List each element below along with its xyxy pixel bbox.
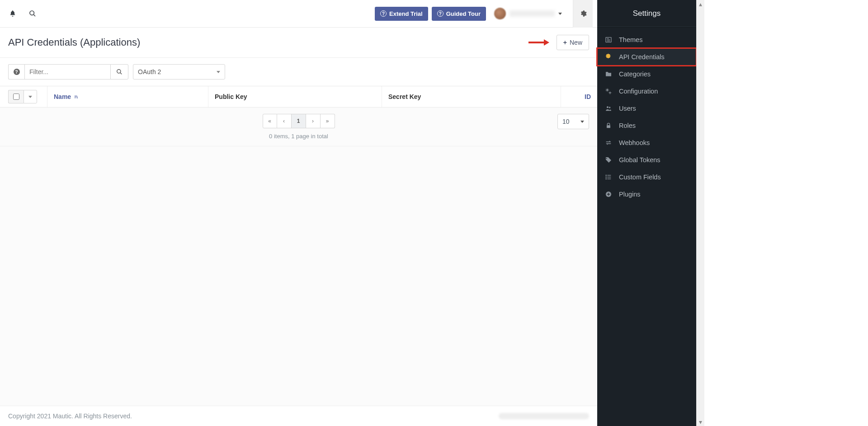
new-button[interactable]: + New xyxy=(557,35,589,50)
folder-icon xyxy=(604,70,613,78)
svg-point-9 xyxy=(609,92,611,94)
page-first-button[interactable]: « xyxy=(263,114,277,128)
copyright-text: Copyright 2021 Mautic. All Rights Reserv… xyxy=(8,412,132,420)
user-name xyxy=(509,10,555,17)
settings-gear-button[interactable] xyxy=(573,0,593,28)
oauth-select[interactable]: OAuth 2 xyxy=(133,64,225,80)
oauth-select-value: OAuth 2 xyxy=(138,68,161,75)
sidebar-item-label: API Credentials xyxy=(619,53,689,61)
svg-rect-12 xyxy=(607,125,610,128)
sidebar-item-global-tokens[interactable]: Global Tokens xyxy=(597,151,696,169)
svg-line-3 xyxy=(120,73,122,75)
svg-point-8 xyxy=(606,89,608,91)
sidebar-item-label: Categories xyxy=(619,70,689,78)
svg-point-0 xyxy=(30,11,34,15)
page-size-value: 10 xyxy=(562,118,570,125)
exchange-icon xyxy=(604,139,613,146)
footer-version xyxy=(499,413,589,419)
user-menu[interactable] xyxy=(490,5,566,23)
gear-icon xyxy=(580,10,587,17)
sidebar-item-label: Global Tokens xyxy=(619,156,689,164)
sidebar-item-api-credentials[interactable]: API Credentials xyxy=(597,48,696,66)
sidebar-item-plugins[interactable]: Plugins xyxy=(597,186,696,203)
chevron-down-icon xyxy=(558,13,562,15)
sidebar-item-roles[interactable]: Roles xyxy=(597,117,696,134)
filter-input[interactable] xyxy=(24,64,110,80)
sidebar-item-label: Configuration xyxy=(619,88,689,95)
sidebar-item-label: Roles xyxy=(619,122,689,129)
question-icon: ? xyxy=(437,10,443,17)
new-button-label: New xyxy=(570,39,582,46)
extend-trial-label: Extend Trial xyxy=(389,10,423,17)
scroll-down-icon[interactable]: ▾ xyxy=(697,418,704,426)
question-icon: ? xyxy=(14,69,20,75)
sidebar-item-label: Users xyxy=(619,105,689,112)
pagination-area: « ‹ 1 › » 0 items, 1 page in total 10 xyxy=(0,108,597,146)
avatar xyxy=(494,8,506,19)
sidebar-item-themes[interactable]: Themes xyxy=(597,31,696,48)
sidebar-item-label: Themes xyxy=(619,36,689,43)
filter-help-button[interactable]: ? xyxy=(8,64,24,80)
sidebar-item-webhooks[interactable]: Webhooks xyxy=(597,134,696,151)
browser-scrollbar[interactable]: ▴ ▾ xyxy=(696,0,704,426)
lock-icon xyxy=(604,122,613,129)
pagination: « ‹ 1 › » xyxy=(8,114,589,128)
bulk-actions-dropdown[interactable] xyxy=(24,90,37,103)
settings-title: Settings xyxy=(597,0,696,28)
filter-search-button[interactable] xyxy=(110,64,128,80)
svg-point-17 xyxy=(606,177,606,177)
sidebar-item-label: Custom Fields xyxy=(619,173,689,181)
list-icon xyxy=(604,173,613,181)
plus-icon: + xyxy=(563,39,567,46)
puzzle-icon xyxy=(604,53,613,61)
gears-icon xyxy=(604,88,613,95)
guided-tour-button[interactable]: ? Guided Tour xyxy=(432,7,486,21)
column-header-secret-key[interactable]: Secret Key xyxy=(382,86,561,107)
page-number-1[interactable]: 1 xyxy=(292,114,306,128)
page-last-button[interactable]: » xyxy=(321,114,335,128)
column-header-public-key[interactable]: Public Key xyxy=(208,86,382,107)
page-prev-button[interactable]: ‹ xyxy=(277,114,292,128)
filter-toolbar: ? OAuth 2 xyxy=(0,58,597,86)
annotation-arrow xyxy=(528,39,549,46)
tags-icon xyxy=(604,156,613,164)
sidebar-item-label: Webhooks xyxy=(619,139,689,146)
svg-point-18 xyxy=(606,178,606,179)
question-icon: ? xyxy=(380,10,387,17)
footer: Copyright 2021 Mautic. All Rights Reserv… xyxy=(0,406,597,426)
plus-circle-icon xyxy=(604,191,613,198)
svg-point-11 xyxy=(609,107,610,108)
chevron-down-icon xyxy=(217,71,220,73)
svg-line-1 xyxy=(33,14,35,16)
page-next-button[interactable]: › xyxy=(306,114,321,128)
chevron-down-icon xyxy=(28,96,32,98)
svg-point-10 xyxy=(607,106,609,108)
newspaper-icon xyxy=(604,36,613,43)
sidebar-item-categories[interactable]: Categories xyxy=(597,66,696,83)
select-all-checkbox[interactable] xyxy=(8,90,24,103)
sidebar-item-custom-fields[interactable]: Custom Fields xyxy=(597,169,696,186)
scroll-up-icon[interactable]: ▴ xyxy=(697,0,704,8)
svg-point-2 xyxy=(117,70,121,73)
extend-trial-button[interactable]: ? Extend Trial xyxy=(375,7,428,21)
search-icon[interactable] xyxy=(27,8,38,19)
credentials-table: Name Public Key Secret Key ID xyxy=(0,86,597,108)
svg-point-16 xyxy=(606,175,606,175)
sidebar-item-configuration[interactable]: Configuration xyxy=(597,83,696,100)
page-title: API Credentials (Applications) xyxy=(8,37,140,48)
bell-icon[interactable] xyxy=(7,8,18,19)
column-header-name[interactable]: Name xyxy=(47,86,208,107)
sidebar-item-label: Plugins xyxy=(619,191,689,198)
page-header: API Credentials (Applications) + New xyxy=(0,28,597,58)
settings-panel: Settings ThemesAPI CredentialsCategories… xyxy=(597,0,696,426)
search-icon xyxy=(116,69,123,75)
chevron-down-icon xyxy=(580,121,584,123)
users-icon xyxy=(604,105,613,112)
page-size-select[interactable]: 10 xyxy=(557,114,589,129)
topbar: ? Extend Trial ? Guided Tour xyxy=(0,0,597,28)
column-header-id[interactable]: ID xyxy=(561,86,597,107)
pagination-info: 0 items, 1 page in total xyxy=(8,133,589,140)
sidebar-item-users[interactable]: Users xyxy=(597,100,696,117)
sort-icon xyxy=(74,94,79,99)
guided-tour-label: Guided Tour xyxy=(446,10,481,17)
